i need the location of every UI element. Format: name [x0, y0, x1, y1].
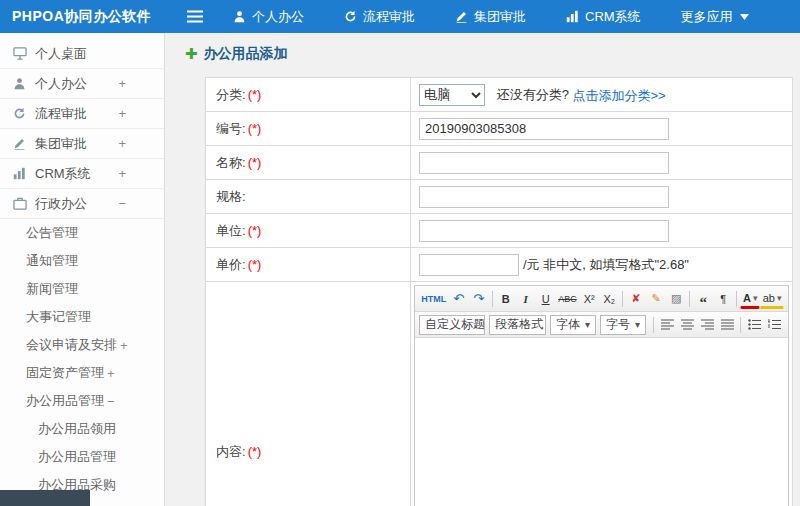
align-center-icon[interactable] [677, 315, 697, 335]
expand-toggle[interactable]: + [107, 366, 115, 381]
caret-down-icon [740, 14, 749, 20]
sidebar-item-personal-office[interactable]: 个人办公 + [0, 69, 164, 99]
sidebar-item-notice-mgmt[interactable]: 通知管理 [0, 247, 164, 275]
sidebar-item-fixed-assets-mgmt[interactable]: 固定资产管理 + [0, 359, 164, 387]
font-family-dropdown[interactable]: 字体 [550, 315, 596, 335]
list-unordered-icon[interactable] [744, 315, 764, 335]
align-justify-icon[interactable] [717, 315, 737, 335]
italic-button[interactable]: I [516, 289, 536, 309]
align-left-icon[interactable] [657, 315, 677, 335]
number-input[interactable] [419, 118, 669, 140]
price-label: 单价: [216, 257, 246, 272]
undo-button[interactable]: ↶ [449, 289, 469, 309]
superscript-button[interactable]: X² [579, 289, 599, 309]
menu-icon[interactable] [187, 10, 203, 23]
number-label-cell: 编号:(*) [206, 112, 411, 146]
sidebar-item-crm-system[interactable]: CRM系统 + [0, 159, 164, 189]
sidebar-item-news-mgmt[interactable]: 新闻管理 [0, 275, 164, 303]
required-mark: (*) [248, 155, 262, 170]
redo-button[interactable]: ↷ [469, 289, 489, 309]
collapse-toggle[interactable]: − [118, 196, 126, 211]
nav-item-label: 更多应用 [681, 8, 733, 26]
font-size-dropdown[interactable]: 字号 [600, 315, 646, 335]
fill-color-button[interactable]: ▨ [666, 289, 686, 309]
top-navbar: PHPOA协同办公软件 个人办公 流程审批 集团审批 CRM系统 [0, 0, 800, 33]
spec-label: 规格: [216, 189, 246, 204]
expand-toggle[interactable]: + [118, 166, 126, 181]
align-right-icon[interactable] [697, 315, 717, 335]
person-icon [12, 77, 27, 90]
sidebar-subitem-label: 会议申请及安排 [26, 336, 117, 354]
toolbar-separator [622, 291, 623, 307]
sidebar-item-meeting-request[interactable]: 会议申请及安排 + [0, 331, 164, 359]
dropdown-label: 字体 [556, 316, 580, 333]
required-mark: (*) [248, 87, 262, 102]
expand-toggle[interactable]: + [120, 338, 128, 353]
font-color-button[interactable]: A [740, 289, 760, 309]
price-format-hint: /元 非中文, 如填写格式"2.68" [523, 257, 689, 272]
sidebar-item-supplies-manage[interactable]: 办公用品管理 [0, 443, 164, 471]
sidebar-item-supplies-claim[interactable]: 办公用品领用 [0, 415, 164, 443]
expand-toggle[interactable]: + [118, 106, 126, 121]
paragraph-format-dropdown[interactable]: 段落格式 [489, 315, 546, 335]
custom-heading-dropdown[interactable]: 自定义标题 [419, 315, 485, 335]
toolbar-separator [740, 317, 741, 333]
sidebar-item-office-supplies-mgmt[interactable]: 办公用品管理 − [0, 387, 164, 415]
sidebar-bottom-bar [0, 490, 90, 506]
subscript-button[interactable]: X₂ [599, 289, 619, 309]
sidebar-item-memorabilia-mgmt[interactable]: 大事记管理 [0, 303, 164, 331]
nav-personal-office[interactable]: 个人办公 [233, 8, 304, 26]
sidebar-item-label: 个人办公 [35, 75, 87, 93]
category-label: 分类: [216, 87, 246, 102]
nav-crm-system[interactable]: CRM系统 [566, 8, 641, 26]
toolbar-separator [689, 291, 690, 307]
form-row-price: 单价:(*) /元 非中文, 如填写格式"2.68" [206, 248, 793, 282]
sidebar-item-group-approval[interactable]: 集团审批 + [0, 129, 164, 159]
name-input[interactable] [419, 152, 669, 174]
content-label: 内容: [216, 444, 246, 459]
editor-content-area[interactable] [415, 338, 788, 506]
name-label-cell: 名称:(*) [206, 146, 411, 180]
app-logo: PHPOA协同办公软件 [0, 8, 165, 26]
form-row-content: 内容:(*) HTML ↶ ↷ B I U ABC X² [206, 282, 793, 506]
sidebar-item-workflow-approval[interactable]: 流程审批 + [0, 99, 164, 129]
nav-item-label: 流程审批 [363, 8, 415, 26]
sidebar-item-admin-office[interactable]: 行政办公 − [0, 189, 164, 219]
add-category-link[interactable]: 点击添加分类>> [572, 87, 665, 102]
form-row-number: 编号:(*) [206, 112, 793, 146]
expand-toggle[interactable]: + [118, 76, 126, 91]
main-content: ✚ 办公用品添加 分类:(*) 电脑 还没有分类? 点击添加分类>> 编号:(*… [165, 33, 800, 506]
back-color-button[interactable]: ab [760, 289, 784, 309]
category-hint: 还没有分类? [497, 87, 569, 102]
sidebar-subitem-label: 办公用品领用 [38, 420, 116, 438]
blockquote-button[interactable]: “ [693, 289, 713, 309]
sidebar-item-personal-desktop[interactable]: 个人桌面 [0, 39, 164, 69]
spec-input[interactable] [419, 186, 669, 208]
underline-button[interactable]: U [536, 289, 556, 309]
expand-toggle[interactable]: + [118, 136, 126, 151]
nav-more-apps[interactable]: 更多应用 [681, 8, 749, 26]
list-ordered-icon[interactable] [764, 315, 784, 335]
sidebar-subitem-label: 大事记管理 [26, 308, 91, 326]
strikethrough-button[interactable]: ABC [556, 289, 580, 309]
flow-refresh-icon [344, 10, 357, 23]
format-painter-button[interactable]: ✎ [646, 289, 666, 309]
remove-format-button[interactable]: ✘ [626, 289, 646, 309]
html-source-button[interactable]: HTML [419, 289, 449, 309]
unit-input[interactable] [419, 220, 669, 242]
paragraph-button[interactable]: ¶ [713, 289, 733, 309]
briefcase-icon [12, 197, 27, 210]
sidebar-subitem-label: 办公用品管理 [38, 448, 116, 466]
category-select[interactable]: 电脑 [419, 84, 485, 106]
unit-label-cell: 单位:(*) [206, 214, 411, 248]
nav-group-approval[interactable]: 集团审批 [455, 8, 526, 26]
nav-workflow-approval[interactable]: 流程审批 [344, 8, 415, 26]
sidebar-item-announcement-mgmt[interactable]: 公告管理 [0, 219, 164, 247]
edit-icon [455, 10, 468, 23]
toolbar-separator [653, 317, 654, 333]
toolbar-separator [492, 291, 493, 307]
collapse-toggle[interactable]: − [107, 394, 115, 409]
price-input[interactable] [419, 254, 519, 276]
bold-button[interactable]: B [496, 289, 516, 309]
category-label-cell: 分类:(*) [206, 78, 411, 112]
